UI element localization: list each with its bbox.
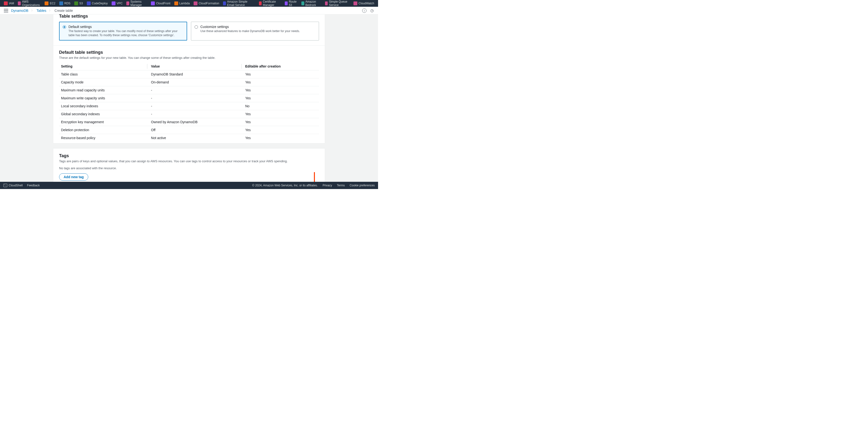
- service-sqs[interactable]: Simple Queue Service: [323, 0, 351, 7]
- main-content: Table settings Default settings The fast…: [0, 14, 378, 182]
- service-label: Amazon Simple Email Service: [227, 0, 255, 7]
- service-label: AWS Organizations: [22, 0, 41, 7]
- setting-cell: Global secondary indexes: [59, 110, 149, 118]
- table-row: Local secondary indexes-No: [59, 102, 319, 110]
- radio-description: Use these advanced features to make Dyna…: [200, 29, 300, 33]
- editable-cell: Yes: [243, 126, 319, 134]
- service-certificate-manager[interactable]: Certificate Manager: [257, 0, 283, 7]
- setting-cell: Table class: [59, 70, 149, 78]
- tags-empty-text: No tags are associated with the resource…: [59, 166, 319, 170]
- menu-toggle-icon[interactable]: [4, 9, 8, 12]
- radio-icon: [63, 25, 66, 29]
- default-table-settings-section: Default table settings These are the def…: [53, 45, 325, 143]
- radio-icon: [194, 25, 198, 29]
- lambda-icon: [174, 1, 178, 5]
- certificate-manager-icon: [259, 1, 261, 5]
- cloudwatch-icon: [353, 1, 357, 5]
- service-label: Certificate Manager: [263, 0, 281, 7]
- service-label: CodeDeploy: [92, 2, 108, 5]
- editable-cell: Yes: [243, 70, 319, 78]
- feedback-link[interactable]: Feedback: [27, 184, 40, 187]
- radio-label: Default settings: [68, 25, 184, 29]
- service-label: Simple Queue Service: [329, 0, 350, 7]
- cookie-preferences-link[interactable]: Cookie preferences: [350, 184, 375, 187]
- service-cloudformation[interactable]: CloudFormation: [192, 0, 221, 7]
- service-label: S3: [79, 2, 83, 5]
- service-ec2[interactable]: EC2: [43, 0, 57, 7]
- service-iam[interactable]: IAM: [2, 0, 16, 7]
- editable-cell: Yes: [243, 94, 319, 102]
- editable-cell: Yes: [243, 86, 319, 94]
- service-vpc[interactable]: VPC: [110, 0, 125, 7]
- value-cell: Not active: [149, 134, 243, 142]
- service-label: VPC: [117, 2, 123, 5]
- radio-label: Customize settings: [200, 25, 300, 29]
- ec2-icon: [44, 1, 49, 5]
- setting-cell: Maximum read capacity units: [59, 86, 149, 94]
- cloudshell-button[interactable]: CloudShell: [3, 184, 23, 187]
- editable-cell: Yes: [243, 134, 319, 142]
- privacy-link[interactable]: Privacy: [322, 184, 332, 187]
- editable-cell: Yes: [243, 78, 319, 86]
- info-icon[interactable]: i: [362, 8, 367, 13]
- iam-icon: [4, 1, 8, 5]
- setting-cell: Local secondary indexes: [59, 102, 149, 110]
- radio-customize-settings[interactable]: Customize settings Use these advanced fe…: [191, 22, 319, 40]
- dts-subtitle: These are the default settings for your …: [59, 56, 319, 60]
- service-codedeploy[interactable]: CodeDeploy: [85, 0, 110, 7]
- top-services-bar: IAM AWS Organizations EC2 RDS S3 CodeDep…: [0, 0, 378, 7]
- service-label: Systems Manager: [130, 0, 147, 7]
- sqs-icon: [325, 1, 328, 5]
- radio-default-settings[interactable]: Default settings The fastest way to crea…: [59, 22, 187, 40]
- rds-icon: [59, 1, 63, 5]
- breadcrumb-tables[interactable]: Tables: [37, 9, 46, 12]
- editable-cell: Yes: [243, 118, 319, 126]
- chevron-right-icon: 〉: [31, 9, 34, 12]
- systems-manager-icon: [126, 1, 129, 5]
- value-cell: -: [149, 94, 243, 102]
- service-cloudwatch[interactable]: CloudWatch: [351, 0, 376, 7]
- bedrock-icon: [301, 1, 304, 5]
- table-settings-panel: Table settings Default settings The fast…: [53, 14, 325, 144]
- service-label: CloudWatch: [359, 2, 374, 5]
- service-ses[interactable]: Amazon Simple Email Service: [221, 0, 257, 7]
- setting-cell: Capacity mode: [59, 78, 149, 86]
- value-cell: -: [149, 86, 243, 94]
- settings-table: Setting Value Editable after creation Ta…: [59, 62, 319, 142]
- service-label: Lambda: [179, 2, 190, 5]
- editable-cell: No: [243, 102, 319, 110]
- add-new-tag-button[interactable]: Add new tag: [59, 173, 88, 181]
- table-row: Table classDynamoDB StandardYes: [59, 70, 319, 78]
- tags-title: Tags: [59, 153, 319, 158]
- value-cell: On-demand: [149, 78, 243, 86]
- footer-bar: CloudShell Feedback © 2024, Amazon Web S…: [0, 182, 378, 189]
- service-lambda[interactable]: Lambda: [173, 0, 192, 7]
- value-cell: -: [149, 102, 243, 110]
- service-label: Route 53: [289, 0, 298, 7]
- service-cloudfront[interactable]: CloudFront: [149, 0, 172, 7]
- clock-icon[interactable]: ◷: [370, 8, 374, 13]
- service-rds[interactable]: RDS: [57, 0, 72, 7]
- service-systems-manager[interactable]: Systems Manager: [124, 0, 149, 7]
- breadcrumb-dynamodb[interactable]: DynamoDB: [11, 9, 28, 12]
- value-cell: Owned by Amazon DynamoDB: [149, 118, 243, 126]
- service-s3[interactable]: S3: [72, 0, 85, 7]
- breadcrumb-current: Create table: [55, 9, 73, 12]
- service-bedrock[interactable]: Amazon Bedrock: [300, 0, 323, 7]
- route53-icon: [285, 1, 288, 5]
- service-organizations[interactable]: AWS Organizations: [16, 0, 43, 7]
- col-editable-header: Editable after creation: [243, 62, 319, 70]
- terms-link[interactable]: Terms: [337, 184, 345, 187]
- vpc-icon: [112, 1, 116, 5]
- service-label: EC2: [50, 2, 55, 5]
- service-route53[interactable]: Route 53: [283, 0, 300, 7]
- table-row: Capacity modeOn-demandYes: [59, 78, 319, 86]
- setting-cell: Encryption key management: [59, 118, 149, 126]
- setting-cell: Resource-based policy: [59, 134, 149, 142]
- s3-icon: [74, 1, 78, 5]
- table-settings-header: Table settings: [53, 14, 325, 19]
- tags-panel: Tags Tags are pairs of keys and optional…: [53, 148, 325, 182]
- value-cell: -: [149, 110, 243, 118]
- value-cell: Off: [149, 126, 243, 134]
- cloudformation-icon: [194, 1, 197, 5]
